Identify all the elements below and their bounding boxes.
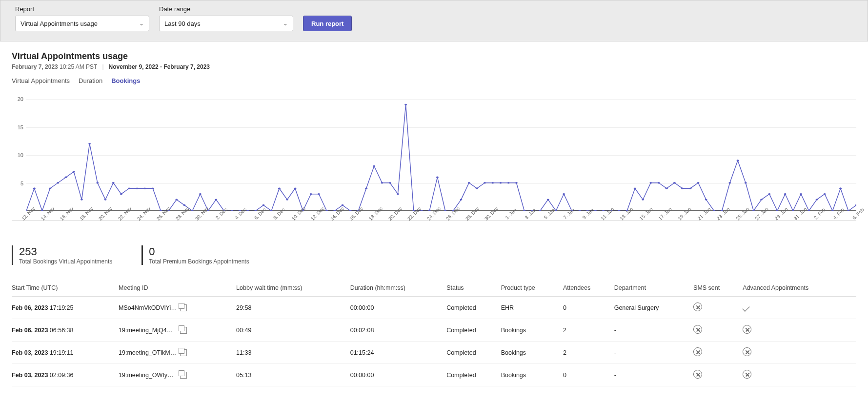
cell-attendees: 2 — [563, 342, 614, 364]
svg-point-94 — [760, 199, 763, 200]
cell-product: EHR — [501, 297, 563, 319]
column-header[interactable]: Duration (hh:mm:ss) — [350, 280, 446, 297]
column-header[interactable]: Attendees — [563, 280, 614, 297]
svg-point-101 — [816, 199, 818, 200]
x-circle-icon — [693, 370, 702, 379]
svg-point-25 — [215, 199, 217, 200]
copy-icon[interactable] — [180, 304, 187, 311]
svg-point-90 — [728, 182, 731, 183]
column-header[interactable]: Meeting ID — [119, 280, 236, 297]
kpi-value: 253 — [19, 245, 112, 258]
cell-lobby: 29:58 — [236, 297, 350, 319]
svg-point-21 — [183, 204, 186, 206]
report-subtitle: February 7, 2023 10:25 AM PST | November… — [12, 63, 856, 70]
svg-point-95 — [768, 193, 770, 195]
svg-point-79 — [642, 199, 644, 200]
svg-point-45 — [373, 165, 375, 167]
svg-point-20 — [175, 199, 178, 200]
copy-icon[interactable] — [180, 349, 187, 356]
copy-icon[interactable] — [180, 372, 187, 379]
svg-point-16 — [144, 187, 146, 189]
tab-bookings[interactable]: Bookings — [111, 77, 140, 84]
kpi-label: Total Premium Bookings Appointments — [149, 258, 249, 265]
svg-point-11 — [104, 199, 107, 200]
report-dropdown[interactable]: Virtual Appointments usage ⌄ — [15, 16, 149, 31]
daterange-field: Date range Last 90 days ⌄ — [159, 5, 293, 31]
timestamp-time: 10:25 AM PST — [60, 63, 97, 70]
x-circle-icon — [693, 347, 702, 356]
svg-point-85 — [689, 187, 691, 189]
kpi-label: Total Bookings Virtual Appointments — [19, 258, 112, 265]
svg-point-37 — [310, 193, 312, 195]
report-value: Virtual Appointments usage — [20, 20, 98, 27]
x-circle-icon — [743, 347, 751, 356]
daterange-label: Date range — [159, 5, 293, 13]
cell-start-time: Feb 06, 2023 06:56:38 — [12, 319, 119, 342]
x-circle-icon — [693, 302, 702, 311]
kpi-value: 0 — [149, 245, 249, 258]
filter-bar: Report Virtual Appointments usage ⌄ Date… — [0, 0, 868, 41]
svg-point-92 — [745, 182, 747, 183]
column-header[interactable]: Product type — [501, 280, 563, 297]
svg-point-69 — [563, 193, 565, 195]
y-tick: 5 — [20, 181, 23, 186]
bookings-chart: 5101520 12. Nov14. Nov16. Nov18. Nov20. … — [12, 99, 856, 221]
daterange-dropdown[interactable]: Last 90 days ⌄ — [159, 16, 293, 31]
cell-start-time: Feb 03, 2023 19:19:11 — [12, 342, 119, 364]
table-row[interactable]: Feb 06, 2023 17:19:25 MSo4NmVkODVlYi02Yz… — [12, 297, 856, 319]
cell-lobby: 05:13 — [236, 364, 350, 386]
cell-department: - — [614, 319, 693, 342]
column-header[interactable]: Start Time (UTC) — [12, 280, 119, 297]
run-report-button[interactable]: Run report — [303, 16, 352, 31]
cell-advanced — [743, 364, 856, 386]
kpi-card: 253Total Bookings Virtual Appointments — [12, 245, 112, 265]
svg-point-61 — [500, 182, 502, 183]
svg-point-81 — [658, 182, 660, 183]
tab-duration[interactable]: Duration — [79, 77, 102, 84]
svg-point-31 — [262, 204, 265, 206]
cell-department: General Surgery — [614, 297, 693, 319]
table-row[interactable]: Feb 03, 2023 19:19:11 19:meeting_OTlkMGE… — [12, 342, 856, 364]
svg-point-60 — [491, 182, 494, 183]
svg-point-2 — [33, 187, 36, 189]
svg-point-67 — [547, 199, 549, 200]
column-header[interactable]: SMS sent — [693, 280, 743, 297]
svg-point-78 — [634, 187, 636, 189]
cell-product: Bookings — [501, 342, 563, 364]
tab-virtual-appointments[interactable]: Virtual Appointments — [12, 77, 70, 84]
x-axis: 12. Nov14. Nov16. Nov18. Nov20. Nov22. N… — [26, 211, 856, 225]
y-tick: 15 — [18, 124, 23, 130]
cell-meeting-id: 19:meeting_OTlkMGE3Z... — [119, 342, 236, 364]
svg-point-58 — [476, 187, 478, 189]
svg-point-104 — [839, 187, 842, 189]
table-body: Feb 06, 2023 17:19:25 MSo4NmVkODVlYi02Yz… — [12, 297, 856, 386]
cell-start-time: Feb 03, 2023 02:09:36 — [12, 364, 119, 386]
daterange-value: Last 90 days — [164, 20, 201, 27]
svg-point-12 — [112, 182, 115, 183]
column-header[interactable]: Advanced Appointments — [743, 280, 856, 297]
column-header[interactable]: Status — [446, 280, 501, 297]
cell-meeting-id: MSo4NmVkODVlYi02Yz... — [119, 297, 236, 319]
svg-point-87 — [705, 199, 707, 200]
svg-point-102 — [824, 193, 826, 195]
svg-point-80 — [649, 182, 652, 183]
cell-start-time: Feb 06, 2023 17:19:25 — [12, 297, 119, 319]
table-row[interactable]: Feb 06, 2023 06:56:38 19:meeting_MjQ4OTg… — [12, 319, 856, 342]
svg-point-62 — [507, 182, 510, 183]
x-circle-icon — [693, 325, 702, 334]
x-circle-icon — [743, 370, 751, 379]
svg-point-57 — [468, 182, 470, 183]
table-row[interactable]: Feb 03, 2023 02:09:36 19:meeting_OWIyZjQ… — [12, 364, 856, 386]
y-tick: 10 — [18, 152, 23, 158]
column-header[interactable]: Lobby wait time (mm:ss) — [236, 280, 350, 297]
copy-icon[interactable] — [180, 327, 187, 334]
svg-point-86 — [697, 182, 700, 183]
column-header[interactable]: Department — [614, 280, 693, 297]
y-tick: 20 — [18, 96, 23, 102]
cell-duration: 00:00:00 — [350, 364, 446, 386]
svg-point-44 — [365, 187, 367, 189]
cell-attendees: 0 — [563, 297, 614, 319]
x-circle-icon — [743, 325, 751, 334]
cell-sms — [693, 297, 743, 319]
check-icon — [743, 304, 750, 312]
